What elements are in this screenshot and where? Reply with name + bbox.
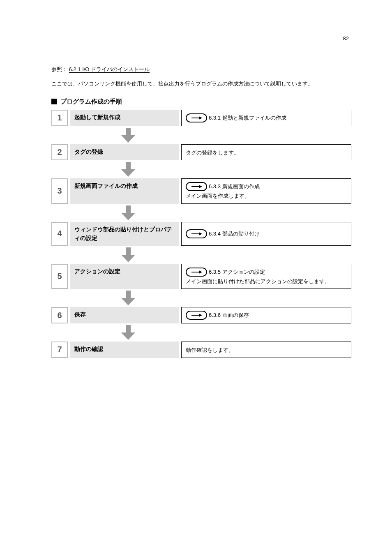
step-detail-line: メイン画面に貼り付けた部品にアクションの設定をします。 [186, 277, 347, 286]
page-number: 82 [343, 35, 349, 42]
step-detail: 6.3.6 画面の保存 [181, 307, 351, 323]
step-number: 2 [51, 144, 68, 161]
svg-marker-13 [121, 255, 135, 262]
bullet-icon [51, 99, 57, 104]
step-title: ウィンドウ部品の貼り付けとプロパティの設定 [70, 222, 179, 246]
step-number: 4 [51, 222, 68, 246]
step-detail-line: 6.3.3 新規画面の作成 [186, 182, 347, 191]
step-row: 2タグの登録タグの登録をします。 [51, 144, 351, 161]
step-detail-line: 6.3.1 起動と新規ファイルの作成 [186, 113, 347, 122]
svg-rect-12 [126, 247, 131, 256]
step-description-text: メイン画面を作成します。 [186, 192, 250, 200]
step-title: タグの登録 [70, 144, 179, 161]
svg-rect-2 [126, 128, 131, 136]
svg-marker-17 [121, 298, 135, 305]
svg-marker-15 [199, 270, 202, 274]
section-title: プログラム作成の手順 [60, 98, 122, 106]
content-area: 参照： 6.2.1 I/O ドライバのインストール ここでは、パソコンリンク機能… [51, 66, 351, 360]
svg-marker-9 [121, 213, 135, 220]
step-reference-text: 6.3.3 新規画面の作成 [209, 182, 260, 191]
svg-marker-3 [121, 135, 135, 143]
step-detail-line: 動作確認をします。 [186, 346, 347, 354]
svg-marker-5 [121, 169, 135, 177]
arrow-right-icon [186, 182, 207, 191]
step-title: 起動して新規作成 [70, 110, 179, 126]
intro-text: ここでは、パソコンリンク機能を使用して、接点出力を行うプログラムの作成方法につい… [51, 80, 351, 88]
step-row: 4ウィンドウ部品の貼り付けとプロパティの設定 6.3.4 部品の貼り付け [51, 222, 351, 246]
step-detail: 6.3.5 アクションの設定メイン画面に貼り付けた部品にアクションの設定をします… [181, 264, 351, 289]
step-detail: 動作確認をします。 [181, 342, 351, 358]
step-number: 5 [51, 264, 68, 289]
step-number: 3 [51, 178, 68, 204]
step-row: 6保存 6.3.6 画面の保存 [51, 307, 351, 323]
step-title: 動作の確認 [70, 342, 179, 358]
step-row: 3新規画面ファイルの作成 6.3.3 新規画面の作成メイン画面を作成します。 [51, 178, 351, 204]
step-title: 保存 [70, 307, 179, 323]
arrow-down-icon [121, 291, 351, 305]
steps-container: 1起動して新規作成 6.3.1 起動と新規ファイルの作成2タグの登録タグの登録を… [51, 110, 351, 358]
arrow-right-icon [186, 113, 207, 122]
svg-rect-16 [126, 291, 131, 299]
step-detail: 6.3.3 新規画面の作成メイン画面を作成します。 [181, 178, 351, 204]
step-description-text: 動作確認をします。 [186, 346, 234, 354]
step-detail-line: 6.3.5 アクションの設定 [186, 268, 347, 277]
svg-rect-20 [126, 325, 131, 333]
arrow-down-icon [121, 325, 351, 340]
step-row: 5アクションの設定 6.3.5 アクションの設定メイン画面に貼り付けた部品にアク… [51, 264, 351, 289]
step-detail-line: タグの登録をします。 [186, 149, 347, 157]
reference-prefix: 参照： [51, 66, 67, 72]
step-reference-text: 6.3.5 アクションの設定 [209, 268, 265, 276]
arrow-down-icon [121, 162, 351, 177]
step-number: 7 [51, 342, 68, 358]
svg-marker-1 [199, 116, 202, 120]
svg-marker-19 [199, 314, 202, 317]
section-header: プログラム作成の手順 [51, 98, 351, 106]
step-detail: 6.3.4 部品の貼り付け [181, 222, 351, 246]
step-title: アクションの設定 [70, 264, 179, 289]
step-row: 1起動して新規作成 6.3.1 起動と新規ファイルの作成 [51, 110, 351, 126]
reference-line: 参照： 6.2.1 I/O ドライバのインストール [51, 66, 351, 73]
arrow-down-icon [121, 205, 351, 220]
step-reference-text: 6.3.1 起動と新規ファイルの作成 [209, 114, 286, 122]
arrow-right-icon [186, 229, 207, 238]
step-number: 1 [51, 110, 68, 126]
step-reference-text: 6.3.4 部品の貼り付け [209, 230, 260, 238]
step-detail: 6.3.1 起動と新規ファイルの作成 [181, 110, 351, 126]
step-detail-line: 6.3.4 部品の貼り付け [186, 229, 347, 238]
step-number: 6 [51, 307, 68, 323]
svg-rect-8 [126, 205, 131, 214]
step-detail: タグの登録をします。 [181, 144, 351, 161]
step-description-text: タグの登録をします。 [186, 149, 239, 157]
svg-marker-11 [199, 232, 202, 235]
step-reference-text: 6.3.6 画面の保存 [209, 311, 249, 319]
arrow-down-icon [121, 247, 351, 262]
reference-link: 6.2.1 I/O ドライバのインストール [69, 66, 150, 73]
step-detail-line: 6.3.6 画面の保存 [186, 311, 347, 320]
step-description-text: メイン画面に貼り付けた部品にアクションの設定をします。 [186, 277, 330, 286]
arrow-right-icon [186, 311, 207, 320]
step-title: 新規画面ファイルの作成 [70, 178, 179, 204]
svg-marker-7 [199, 185, 202, 188]
svg-rect-4 [126, 162, 131, 170]
svg-marker-21 [121, 332, 135, 340]
step-row: 7動作の確認動作確認をします。 [51, 342, 351, 358]
arrow-down-icon [121, 128, 351, 143]
step-detail-line: メイン画面を作成します。 [186, 192, 347, 200]
arrow-right-icon [186, 268, 207, 277]
